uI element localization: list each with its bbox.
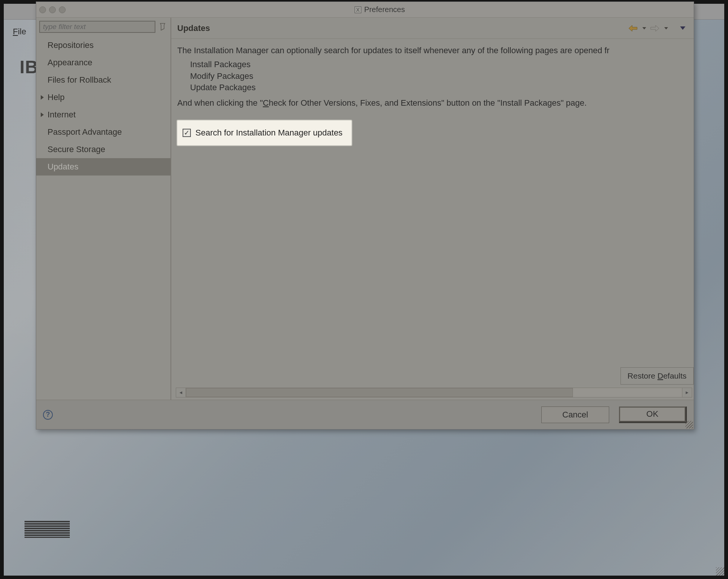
sidebar-item-secure-storage[interactable]: Secure Storage — [36, 141, 170, 158]
package-operation-list: Install Packages Modify Packages Update … — [177, 59, 694, 94]
view-menu-icon[interactable] — [680, 26, 685, 30]
forward-icon[interactable] — [650, 24, 660, 32]
svg-rect-4 — [25, 530, 70, 531]
search-for-updates-checkbox-row[interactable]: Search for Installation Manager updates — [177, 120, 352, 145]
preferences-tree: Repositories Appearance Files for Rollba… — [36, 35, 170, 176]
filter-input[interactable] — [39, 21, 155, 33]
resize-grip-icon[interactable] — [685, 421, 693, 428]
window-close-icon[interactable] — [39, 6, 46, 13]
help-icon[interactable]: ? — [43, 410, 53, 420]
forward-menu-icon[interactable] — [664, 27, 668, 29]
sidebar-item-appearance[interactable]: Appearance — [36, 54, 170, 71]
sidebar-item-help[interactable]: Help — [36, 89, 170, 106]
list-item: Update Packages — [190, 82, 694, 94]
file-menu[interactable]: File — [8, 25, 31, 39]
preferences-main-pane: Updates The Installation Manager can opt… — [171, 18, 694, 400]
svg-rect-0 — [25, 521, 70, 522]
ibm-logo — [25, 521, 70, 538]
preferences-sidebar: Repositories Appearance Files for Rollba… — [36, 18, 171, 400]
scrollbar-track[interactable] — [186, 388, 682, 397]
back-menu-icon[interactable] — [642, 27, 646, 29]
sidebar-item-files-for-rollback[interactable]: Files for Rollback — [36, 71, 170, 89]
window-minimize-icon[interactable] — [49, 6, 56, 13]
dialog-titlebar[interactable]: X Preferences — [36, 2, 694, 18]
sidebar-item-updates[interactable]: Updates — [36, 158, 170, 176]
clear-filter-icon[interactable] — [158, 21, 167, 32]
svg-rect-2 — [25, 525, 70, 527]
back-icon[interactable] — [628, 24, 638, 32]
scroll-left-icon[interactable]: ◄ — [176, 388, 186, 397]
svg-rect-3 — [25, 528, 70, 529]
ok-button[interactable]: OK — [619, 407, 687, 423]
horizontal-scrollbar[interactable]: ◄ ► — [176, 388, 692, 397]
checkbox-label: Search for Installation Manager updates — [195, 128, 342, 138]
preferences-dialog: X Preferences Repositories Appearance Fi… — [36, 2, 694, 430]
dialog-title: X Preferences — [69, 5, 691, 14]
x11-icon: X — [355, 6, 361, 13]
resize-grip-icon[interactable] — [716, 567, 724, 576]
description-line-1: The Installation Manager can optionally … — [177, 45, 694, 57]
search-for-updates-checkbox[interactable] — [183, 129, 191, 137]
page-title: Updates — [177, 23, 628, 33]
nav-arrows — [628, 24, 688, 32]
scrollbar-thumb[interactable] — [186, 388, 573, 397]
sidebar-item-passport-advantage[interactable]: Passport Advantage — [36, 123, 170, 141]
svg-rect-1 — [25, 523, 70, 525]
description-line-2: And when clicking the "Check for Other V… — [177, 97, 694, 109]
window-zoom-icon[interactable] — [59, 6, 66, 13]
sidebar-item-repositories[interactable]: Repositories — [36, 37, 170, 54]
svg-rect-5 — [25, 532, 70, 534]
scroll-right-icon[interactable]: ► — [682, 388, 692, 397]
svg-rect-6 — [25, 534, 70, 536]
restore-defaults-button[interactable]: Restore Defaults — [620, 367, 694, 385]
list-item: Modify Packages — [190, 71, 694, 82]
list-item: Install Packages — [190, 59, 694, 71]
dialog-footer: ? Cancel OK — [36, 400, 694, 429]
svg-rect-7 — [25, 537, 70, 538]
sidebar-item-internet[interactable]: Internet — [36, 106, 170, 123]
page-content: The Installation Manager can optionally … — [171, 39, 694, 400]
cancel-button[interactable]: Cancel — [541, 407, 609, 423]
